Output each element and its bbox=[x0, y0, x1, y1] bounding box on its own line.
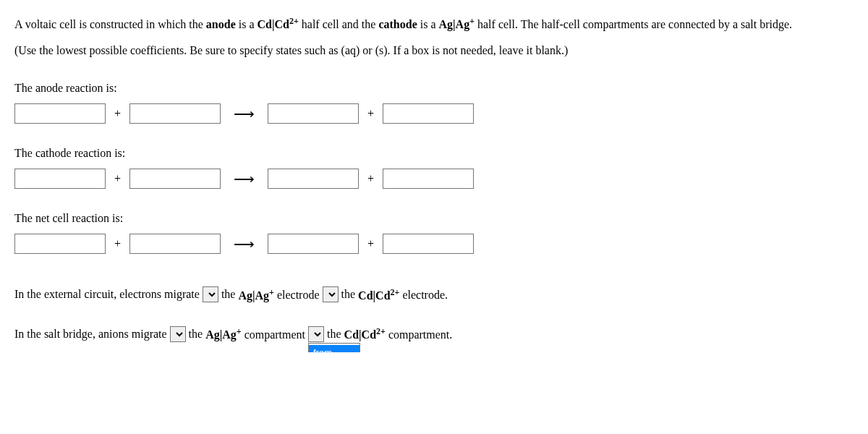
plus-sign: + bbox=[113, 105, 122, 122]
plus-sign: + bbox=[113, 170, 122, 187]
anode-product-1[interactable] bbox=[268, 103, 359, 124]
anion-direction-1-select[interactable] bbox=[170, 326, 186, 342]
cathode-reactant-1[interactable] bbox=[14, 169, 106, 189]
cathode-product-2[interactable] bbox=[383, 169, 474, 189]
plus-sign: + bbox=[366, 170, 375, 187]
external-circuit-sentence: In the external circuit, electrons migra… bbox=[14, 285, 854, 304]
cathode-reactant-2[interactable] bbox=[129, 169, 221, 189]
net-reactant-2[interactable] bbox=[129, 234, 221, 254]
net-label: The net cell reaction is: bbox=[14, 210, 854, 227]
anode-label: The anode reaction is: bbox=[14, 80, 854, 97]
anion-direction-2-dropdown[interactable]: from to bbox=[308, 343, 360, 352]
instructions-text: (Use the lowest possible coefficients. B… bbox=[14, 42, 854, 59]
plus-sign: + bbox=[366, 235, 375, 252]
salt-bridge-sentence: In the salt bridge, anions migrate the A… bbox=[14, 325, 854, 344]
net-product-2[interactable] bbox=[383, 234, 474, 254]
net-product-1[interactable] bbox=[268, 234, 359, 254]
anode-reactant-1[interactable] bbox=[14, 103, 106, 124]
electron-direction-1-select[interactable] bbox=[203, 286, 218, 302]
electron-direction-2-select[interactable] bbox=[323, 286, 339, 302]
plus-sign: + bbox=[366, 105, 375, 122]
plus-sign: + bbox=[113, 235, 122, 252]
anion-direction-2-select[interactable] bbox=[308, 326, 324, 342]
net-reaction-row: + ⟶ + bbox=[14, 233, 854, 255]
arrow-icon: ⟶ bbox=[228, 233, 260, 255]
cathode-product-1[interactable] bbox=[268, 169, 359, 189]
anode-product-2[interactable] bbox=[383, 103, 474, 124]
arrow-icon: ⟶ bbox=[228, 103, 260, 124]
cathode-reaction-row: + ⟶ + bbox=[14, 168, 854, 190]
dropdown-option-from[interactable]: from bbox=[309, 345, 359, 352]
anode-reactant-2[interactable] bbox=[129, 103, 221, 124]
cathode-label: The cathode reaction is: bbox=[14, 145, 854, 162]
arrow-icon: ⟶ bbox=[228, 168, 260, 190]
intro-text: A voltaic cell is constructed in which t… bbox=[14, 14, 854, 33]
net-reactant-1[interactable] bbox=[14, 234, 106, 254]
anode-reaction-row: + ⟶ + bbox=[14, 103, 854, 124]
